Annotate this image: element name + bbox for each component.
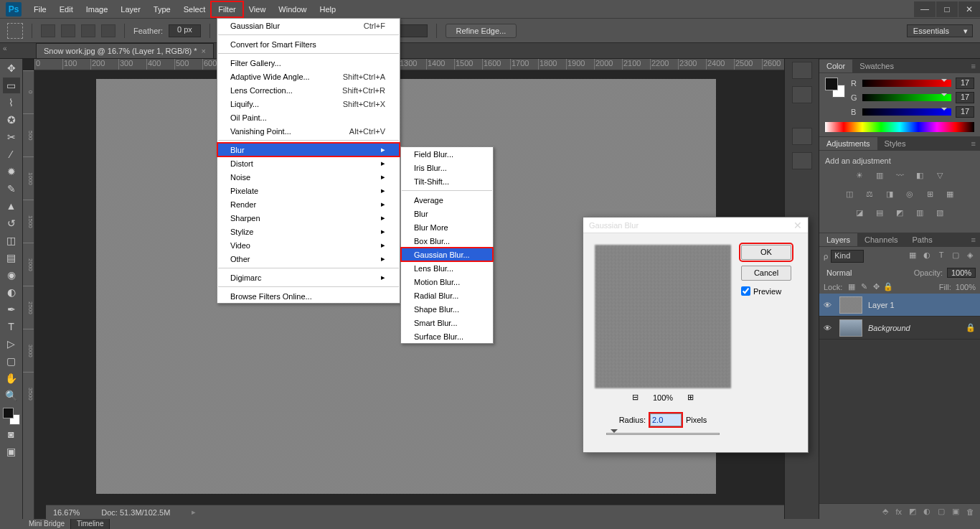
blur-item-surface-blur-[interactable]: Surface Blur...: [401, 329, 493, 343]
color-foreground[interactable]: [825, 78, 838, 90]
menu-layer[interactable]: Layer: [114, 2, 147, 17]
adj-levels-icon[interactable]: ▥: [872, 171, 887, 184]
adj-balance-icon[interactable]: ⚖: [862, 189, 877, 202]
blur-item-blur[interactable]: Blur: [401, 207, 493, 220]
filter-item-video[interactable]: Video▸: [217, 238, 400, 252]
color-swatches[interactable]: [3, 408, 20, 425]
dialog-close-icon[interactable]: ✕: [793, 220, 802, 231]
quick-mask-toggle[interactable]: ◙: [3, 426, 20, 442]
menu-type[interactable]: Type: [147, 2, 177, 17]
status-menu-icon[interactable]: ▸: [192, 507, 196, 517]
dodge-tool[interactable]: ◐: [3, 284, 20, 300]
value-r[interactable]: 17: [956, 78, 974, 89]
filter-item-convert-for-smart-filters[interactable]: Convert for Smart Filters: [217, 37, 400, 51]
adj-lookup-icon[interactable]: ▦: [943, 189, 957, 202]
filter-item-vanishing-point-[interactable]: Vanishing Point...Alt+Ctrl+V: [217, 124, 400, 138]
gradient-tool[interactable]: ▤: [3, 250, 20, 266]
tool-preset-picker[interactable]: [7, 23, 23, 39]
marquee-mode-subtract[interactable]: [81, 24, 95, 37]
actions-panel-icon[interactable]: [792, 86, 812, 103]
menu-help[interactable]: Help: [313, 2, 342, 17]
tab-mini-bridge[interactable]: Mini Bridge: [23, 519, 71, 529]
layer-name[interactable]: Layer 1: [868, 301, 895, 309]
value-g[interactable]: 17: [956, 92, 974, 103]
fx-icon[interactable]: fx: [895, 507, 902, 516]
blur-item-box-blur-[interactable]: Box Blur...: [401, 234, 493, 248]
refine-edge-button[interactable]: Refine Edge...: [446, 24, 517, 38]
clone-stamp-tool[interactable]: ▲: [3, 198, 20, 214]
foreground-color[interactable]: [3, 408, 14, 418]
filter-item-distort[interactable]: Distort▸: [217, 156, 400, 170]
menu-view[interactable]: View: [242, 2, 273, 17]
lock-position-icon[interactable]: ✥: [871, 282, 881, 291]
maximize-button[interactable]: □: [936, 1, 958, 17]
zoom-out-icon[interactable]: ⊟: [632, 393, 639, 402]
tab-color[interactable]: Color: [819, 60, 852, 72]
adj-selective-icon[interactable]: ▧: [933, 208, 947, 221]
menu-filter[interactable]: Filter: [212, 2, 242, 17]
value-b[interactable]: 17: [956, 106, 974, 118]
layer-name[interactable]: Background: [868, 324, 910, 332]
history-brush-tool[interactable]: ↺: [3, 215, 20, 231]
filter-shape-icon[interactable]: ▢: [950, 251, 961, 262]
filter-item-adaptive-wide-angle-[interactable]: Adaptive Wide Angle...Shift+Ctrl+A: [217, 70, 400, 83]
filter-adjust-icon[interactable]: ◐: [921, 251, 933, 262]
filter-item-stylize[interactable]: Stylize▸: [217, 225, 400, 238]
move-tool[interactable]: ✥: [3, 60, 20, 76]
eraser-tool[interactable]: ◫: [3, 233, 20, 248]
new-layer-icon[interactable]: ▣: [952, 507, 959, 516]
tab-paths[interactable]: Paths: [905, 233, 940, 246]
pen-tool[interactable]: ✒: [3, 301, 20, 317]
adj-mixer-icon[interactable]: ⊞: [923, 189, 937, 202]
filter-item-render[interactable]: Render▸: [217, 197, 400, 211]
filter-item-filter-gallery-[interactable]: Filter Gallery...: [217, 56, 400, 70]
zoom-tool[interactable]: 🔍: [3, 388, 20, 403]
path-select-tool[interactable]: ▷: [3, 336, 20, 352]
zoom-in-icon[interactable]: ⊞: [687, 393, 694, 402]
feather-input[interactable]: 0 px: [169, 24, 201, 37]
adjustment-layer-icon[interactable]: ◐: [923, 507, 930, 516]
brush-tool[interactable]: ✎: [3, 181, 20, 197]
paragraph-panel-icon[interactable]: [792, 152, 812, 169]
quick-select-tool[interactable]: ✪: [3, 112, 20, 128]
slider-r[interactable]: [862, 80, 951, 87]
rectangular-marquee-tool[interactable]: ▭: [3, 78, 20, 93]
character-panel-icon[interactable]: [792, 128, 812, 145]
tab-timeline[interactable]: Timeline: [71, 519, 110, 529]
tab-styles[interactable]: Styles: [877, 137, 913, 150]
opacity-value[interactable]: 100%: [947, 268, 976, 278]
tab-adjustments[interactable]: Adjustments: [819, 137, 877, 150]
slider-g[interactable]: [862, 94, 951, 101]
filter-item-pixelate[interactable]: Pixelate▸: [217, 184, 400, 197]
marquee-mode-new[interactable]: [41, 24, 55, 37]
adj-gradient-icon[interactable]: ▥: [913, 208, 927, 221]
type-tool[interactable]: T: [3, 319, 20, 334]
workspace-switcher[interactable]: Essentials: [907, 24, 973, 37]
panel-menu-icon[interactable]: ≡: [967, 62, 980, 70]
layer-row[interactable]: 👁Background🔒: [819, 317, 980, 340]
lasso-tool[interactable]: ⌇: [3, 95, 20, 111]
close-button[interactable]: ✕: [958, 1, 980, 17]
preview-image[interactable]: [595, 245, 731, 388]
adj-hue-icon[interactable]: ◫: [842, 189, 857, 202]
filter-smart-icon[interactable]: ◈: [964, 251, 976, 262]
blur-tool[interactable]: ◉: [3, 267, 20, 283]
tab-swatches[interactable]: Swatches: [852, 60, 901, 72]
height-input[interactable]: [399, 24, 428, 37]
blur-item-gaussian-blur-[interactable]: Gaussian Blur...: [401, 248, 493, 261]
filter-type-icon[interactable]: T: [936, 251, 947, 262]
link-layers-icon[interactable]: ⬘: [882, 507, 888, 516]
hand-tool[interactable]: ✋: [3, 370, 20, 386]
adj-photo-filter-icon[interactable]: ◎: [903, 189, 917, 202]
preview-checkbox[interactable]: Preview: [741, 286, 791, 296]
blur-item-smart-blur-[interactable]: Smart Blur...: [401, 316, 493, 329]
filter-item-lens-correction-[interactable]: Lens Correction...Shift+Ctrl+R: [217, 83, 400, 97]
blur-item-blur-more[interactable]: Blur More: [401, 220, 493, 234]
menu-file[interactable]: File: [27, 2, 53, 17]
blur-item-field-blur-[interactable]: Field Blur...: [401, 147, 493, 161]
radius-slider[interactable]: [606, 432, 720, 436]
blur-item-shape-blur-[interactable]: Shape Blur...: [401, 302, 493, 316]
mask-icon[interactable]: ◩: [909, 507, 916, 516]
marquee-mode-intersect[interactable]: [101, 24, 116, 37]
layer-filter-kind[interactable]: Kind: [831, 250, 864, 263]
